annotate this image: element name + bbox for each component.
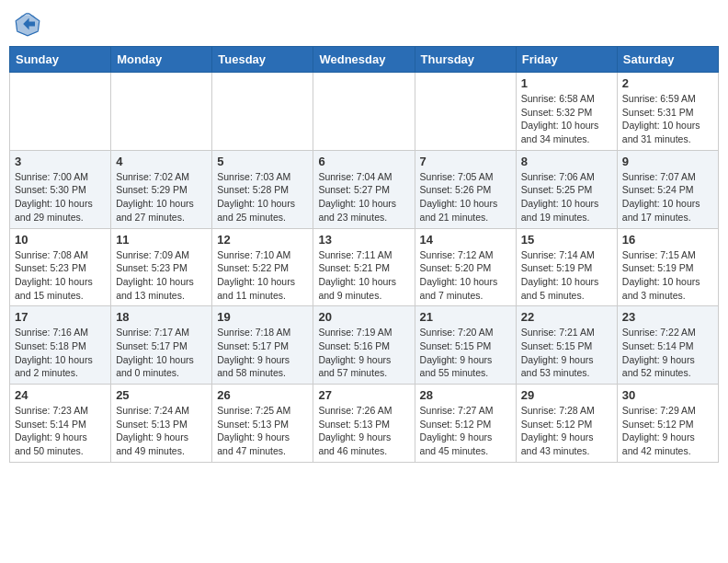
- day-number: 28: [420, 388, 511, 402]
- day-of-week-header: Saturday: [617, 47, 718, 73]
- day-number: 22: [521, 310, 612, 324]
- day-number: 15: [521, 233, 612, 247]
- calendar-cell: 15Sunrise: 7:14 AM Sunset: 5:19 PM Dayli…: [516, 228, 617, 306]
- day-number: 12: [217, 233, 308, 247]
- calendar-week-row: 17Sunrise: 7:16 AM Sunset: 5:18 PM Dayli…: [10, 306, 719, 385]
- day-number: 16: [622, 233, 713, 247]
- day-number: 6: [318, 155, 409, 168]
- calendar-cell: [313, 73, 415, 151]
- day-number: 21: [420, 310, 511, 324]
- day-info: Sunrise: 7:03 AM Sunset: 5:28 PM Dayligh…: [217, 170, 308, 224]
- calendar-cell: 8Sunrise: 7:06 AM Sunset: 5:25 PM Daylig…: [516, 150, 617, 228]
- calendar-cell: 6Sunrise: 7:04 AM Sunset: 5:27 PM Daylig…: [313, 150, 415, 228]
- day-of-week-header: Friday: [516, 47, 617, 73]
- day-number: 2: [622, 76, 713, 90]
- calendar-week-row: 24Sunrise: 7:23 AM Sunset: 5:14 PM Dayli…: [10, 385, 719, 463]
- day-number: 7: [420, 155, 511, 168]
- calendar-cell: 5Sunrise: 7:03 AM Sunset: 5:28 PM Daylig…: [212, 150, 313, 228]
- calendar-cell: 23Sunrise: 7:22 AM Sunset: 5:14 PM Dayli…: [617, 306, 718, 385]
- calendar-cell: 2Sunrise: 6:59 AM Sunset: 5:31 PM Daylig…: [617, 73, 718, 151]
- calendar-cell: 10Sunrise: 7:08 AM Sunset: 5:23 PM Dayli…: [10, 228, 111, 306]
- day-number: 1: [521, 76, 612, 90]
- calendar-cell: [415, 73, 516, 151]
- day-number: 14: [420, 233, 511, 247]
- day-info: Sunrise: 7:19 AM Sunset: 5:16 PM Dayligh…: [318, 326, 409, 380]
- day-number: 8: [521, 155, 612, 168]
- day-info: Sunrise: 7:27 AM Sunset: 5:12 PM Dayligh…: [420, 404, 511, 458]
- calendar-cell: 24Sunrise: 7:23 AM Sunset: 5:14 PM Dayli…: [10, 385, 111, 463]
- day-number: 3: [15, 155, 106, 168]
- day-info: Sunrise: 7:20 AM Sunset: 5:15 PM Dayligh…: [420, 326, 511, 380]
- day-number: 19: [217, 310, 308, 324]
- calendar-week-row: 3Sunrise: 7:00 AM Sunset: 5:30 PM Daylig…: [10, 150, 719, 228]
- calendar-cell: 4Sunrise: 7:02 AM Sunset: 5:29 PM Daylig…: [111, 150, 212, 228]
- calendar-cell: 1Sunrise: 6:58 AM Sunset: 5:32 PM Daylig…: [516, 73, 617, 151]
- calendar-header-row: SundayMondayTuesdayWednesdayThursdayFrid…: [10, 47, 719, 73]
- day-of-week-header: Thursday: [415, 47, 516, 73]
- day-info: Sunrise: 7:04 AM Sunset: 5:27 PM Dayligh…: [318, 170, 409, 224]
- calendar-cell: 20Sunrise: 7:19 AM Sunset: 5:16 PM Dayli…: [313, 306, 415, 385]
- calendar-cell: [10, 73, 111, 151]
- day-of-week-header: Wednesday: [313, 47, 415, 73]
- calendar-cell: [212, 73, 313, 151]
- day-info: Sunrise: 7:28 AM Sunset: 5:12 PM Dayligh…: [521, 404, 612, 458]
- day-number: 11: [116, 233, 207, 247]
- day-number: 25: [116, 388, 207, 402]
- calendar-cell: 16Sunrise: 7:15 AM Sunset: 5:19 PM Dayli…: [617, 228, 718, 306]
- calendar-cell: 11Sunrise: 7:09 AM Sunset: 5:23 PM Dayli…: [111, 228, 212, 306]
- day-info: Sunrise: 7:22 AM Sunset: 5:14 PM Dayligh…: [622, 326, 713, 380]
- day-info: Sunrise: 7:11 AM Sunset: 5:21 PM Dayligh…: [318, 248, 409, 303]
- day-info: Sunrise: 7:21 AM Sunset: 5:15 PM Dayligh…: [521, 326, 612, 380]
- day-info: Sunrise: 6:59 AM Sunset: 5:31 PM Dayligh…: [622, 92, 713, 146]
- day-number: 10: [15, 233, 106, 247]
- calendar-cell: 25Sunrise: 7:24 AM Sunset: 5:13 PM Dayli…: [111, 385, 212, 463]
- calendar-week-row: 10Sunrise: 7:08 AM Sunset: 5:23 PM Dayli…: [10, 228, 719, 306]
- calendar-cell: 21Sunrise: 7:20 AM Sunset: 5:15 PM Dayli…: [415, 306, 516, 385]
- day-info: Sunrise: 7:26 AM Sunset: 5:13 PM Dayligh…: [318, 404, 409, 458]
- day-number: 20: [318, 310, 409, 324]
- calendar-cell: 3Sunrise: 7:00 AM Sunset: 5:30 PM Daylig…: [10, 150, 111, 228]
- day-info: Sunrise: 7:17 AM Sunset: 5:17 PM Dayligh…: [116, 326, 207, 380]
- logo: [13, 9, 46, 39]
- day-number: 5: [217, 155, 308, 168]
- day-info: Sunrise: 7:10 AM Sunset: 5:22 PM Dayligh…: [217, 248, 308, 303]
- day-number: 29: [521, 388, 612, 402]
- day-info: Sunrise: 7:02 AM Sunset: 5:29 PM Dayligh…: [116, 170, 207, 224]
- day-info: Sunrise: 7:23 AM Sunset: 5:14 PM Dayligh…: [15, 404, 106, 458]
- day-info: Sunrise: 7:14 AM Sunset: 5:19 PM Dayligh…: [521, 248, 612, 303]
- calendar-cell: 13Sunrise: 7:11 AM Sunset: 5:21 PM Dayli…: [313, 228, 415, 306]
- day-info: Sunrise: 7:12 AM Sunset: 5:20 PM Dayligh…: [420, 248, 511, 303]
- calendar-cell: 22Sunrise: 7:21 AM Sunset: 5:15 PM Dayli…: [516, 306, 617, 385]
- day-number: 17: [15, 310, 106, 324]
- day-number: 18: [116, 310, 207, 324]
- calendar-cell: [111, 73, 212, 151]
- day-info: Sunrise: 7:07 AM Sunset: 5:24 PM Dayligh…: [622, 170, 713, 224]
- calendar-cell: 12Sunrise: 7:10 AM Sunset: 5:22 PM Dayli…: [212, 228, 313, 306]
- calendar-cell: 29Sunrise: 7:28 AM Sunset: 5:12 PM Dayli…: [516, 385, 617, 463]
- calendar-week-row: 1Sunrise: 6:58 AM Sunset: 5:32 PM Daylig…: [10, 73, 719, 151]
- day-info: Sunrise: 7:15 AM Sunset: 5:19 PM Dayligh…: [622, 248, 713, 303]
- day-info: Sunrise: 7:29 AM Sunset: 5:12 PM Dayligh…: [622, 404, 713, 458]
- day-info: Sunrise: 6:58 AM Sunset: 5:32 PM Dayligh…: [521, 92, 612, 146]
- calendar-cell: 7Sunrise: 7:05 AM Sunset: 5:26 PM Daylig…: [415, 150, 516, 228]
- logo-icon: [13, 9, 42, 39]
- day-of-week-header: Sunday: [10, 47, 111, 73]
- calendar-cell: 30Sunrise: 7:29 AM Sunset: 5:12 PM Dayli…: [617, 385, 718, 463]
- day-number: 26: [217, 388, 308, 402]
- calendar-cell: 18Sunrise: 7:17 AM Sunset: 5:17 PM Dayli…: [111, 306, 212, 385]
- day-number: 9: [622, 155, 713, 168]
- calendar-cell: 14Sunrise: 7:12 AM Sunset: 5:20 PM Dayli…: [415, 228, 516, 306]
- calendar-cell: 19Sunrise: 7:18 AM Sunset: 5:17 PM Dayli…: [212, 306, 313, 385]
- day-number: 30: [622, 388, 713, 402]
- calendar-cell: 27Sunrise: 7:26 AM Sunset: 5:13 PM Dayli…: [313, 385, 415, 463]
- day-info: Sunrise: 7:00 AM Sunset: 5:30 PM Dayligh…: [15, 170, 106, 224]
- day-info: Sunrise: 7:08 AM Sunset: 5:23 PM Dayligh…: [15, 248, 106, 303]
- calendar-cell: 26Sunrise: 7:25 AM Sunset: 5:13 PM Dayli…: [212, 385, 313, 463]
- day-info: Sunrise: 7:24 AM Sunset: 5:13 PM Dayligh…: [116, 404, 207, 458]
- calendar-table: SundayMondayTuesdayWednesdayThursdayFrid…: [9, 46, 719, 463]
- day-info: Sunrise: 7:09 AM Sunset: 5:23 PM Dayligh…: [116, 248, 207, 303]
- day-info: Sunrise: 7:18 AM Sunset: 5:17 PM Dayligh…: [217, 326, 308, 380]
- day-number: 4: [116, 155, 207, 168]
- day-info: Sunrise: 7:16 AM Sunset: 5:18 PM Dayligh…: [15, 326, 106, 380]
- page-header: [9, 9, 719, 39]
